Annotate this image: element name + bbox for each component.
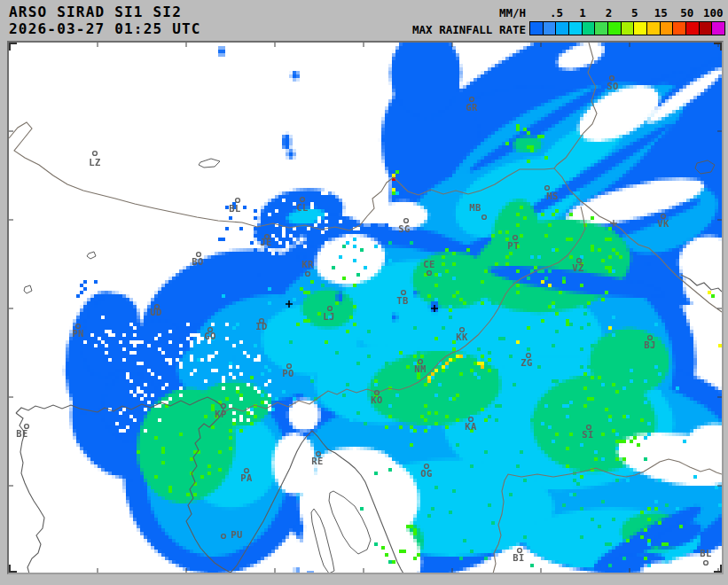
legend-units-label: MM/H xyxy=(499,6,526,20)
map-corner-mark xyxy=(714,43,721,51)
legend-tick-label: 1 xyxy=(579,6,586,20)
city-label-PA: PA xyxy=(240,472,253,483)
city-label-PU: PU xyxy=(231,529,243,540)
lake-outline xyxy=(311,509,334,573)
city-label-JE: JE xyxy=(260,237,272,247)
city-label-CE: CE xyxy=(423,259,435,269)
lake-outline xyxy=(199,159,220,168)
city-marker-PU xyxy=(222,534,226,539)
app-title: ARSO SIRAD SI1 SI2 xyxy=(9,4,182,20)
city-marker-CL xyxy=(301,198,305,202)
city-label-PT: PT xyxy=(507,240,520,251)
legend-tick-label: 2 xyxy=(606,6,613,20)
lake-outline xyxy=(87,252,96,259)
country-border-line xyxy=(242,168,554,230)
city-label-KK: KK xyxy=(456,332,468,342)
legend-color-cell xyxy=(608,22,621,35)
city-label-SO: SO xyxy=(607,81,619,91)
city-label-PO: PO xyxy=(282,368,294,378)
timestamp: 2026-03-27 01:25 UTC xyxy=(9,20,201,37)
radar-site-cross xyxy=(431,305,438,312)
city-label-PN: PN xyxy=(72,328,84,339)
radar-app-window: ARSO SIRAD SI1 SI2 2026-03-27 01:25 UTC … xyxy=(0,0,728,585)
lake-outline xyxy=(695,160,715,174)
legend-color-cell xyxy=(712,22,724,35)
city-label-RE: RE xyxy=(311,456,324,466)
city-marker-TB xyxy=(402,291,406,295)
radar-map: LZBLCLGRSOMSMBPTVKJEKRLJIDCESGTBKKNMPOKO… xyxy=(7,41,724,574)
city-label-KO: KO xyxy=(371,394,383,405)
city-label-VK: VK xyxy=(657,218,669,229)
city-marker-LJ xyxy=(328,307,333,311)
legend-color-cell xyxy=(647,22,660,35)
legend-color-cell xyxy=(530,22,543,35)
city-marker-SO xyxy=(610,76,614,81)
city-marker-CE xyxy=(427,271,432,276)
legend-color-cell xyxy=(686,22,699,35)
legend-color-cell xyxy=(595,22,607,35)
city-label-GO: GO xyxy=(204,331,216,341)
city-label-NM: NM xyxy=(414,363,427,374)
legend-tick-label: 100 xyxy=(703,6,724,20)
legend-color-cell xyxy=(556,22,568,35)
city-marker-PT xyxy=(513,236,518,240)
city-label-KR: KR xyxy=(301,259,314,269)
legend-tick-label: 15 xyxy=(654,6,668,20)
legend-color-cell xyxy=(544,22,556,35)
coastline xyxy=(681,275,722,292)
city-marker-LZ xyxy=(93,152,98,156)
city-label-KA: KA xyxy=(465,421,477,432)
legend-scale-label: MAX RAINFALL RATE xyxy=(412,23,526,36)
city-label-VZ: VŽ xyxy=(572,262,584,273)
city-label-GR: GR xyxy=(466,102,478,113)
map-corner-mark xyxy=(714,565,721,572)
city-marker-KR xyxy=(306,272,310,277)
country-border-line xyxy=(554,43,597,168)
city-label-BL2: BL xyxy=(700,548,712,558)
city-label-BE: BE xyxy=(16,428,28,439)
city-label-BL: BL xyxy=(229,203,241,214)
legend-tick-label: 5 xyxy=(631,6,638,20)
legend-color-cell xyxy=(622,22,634,35)
country-border-line xyxy=(9,122,242,222)
legend-tick-label: .5 xyxy=(550,6,563,20)
legend-color-cell xyxy=(634,22,646,35)
country-border-line xyxy=(493,459,722,573)
legend-tick-label: 50 xyxy=(680,6,693,20)
legend-color-cell xyxy=(700,22,712,35)
lake-outline xyxy=(24,285,32,293)
map-overlay: LZBLCLGRSOMSMBPTVKJEKRLJIDCESGTBKKNMPOKO… xyxy=(9,43,722,573)
city-label-MB: MB xyxy=(469,202,481,213)
lake-outline xyxy=(329,491,371,554)
city-marker-SG xyxy=(404,219,409,223)
city-label-CL: CL xyxy=(296,202,309,213)
city-label-UD: UD xyxy=(150,307,162,317)
map-corner-mark xyxy=(10,565,17,572)
country-border-line xyxy=(222,207,585,413)
city-marker-GR xyxy=(470,98,474,102)
city-label-SG: SG xyxy=(398,223,411,234)
legend-color-cell xyxy=(583,22,595,35)
coastline xyxy=(16,397,231,573)
legend-color-bar xyxy=(529,21,725,35)
city-label-BO: BO xyxy=(192,256,204,267)
legend-color-cell xyxy=(569,22,582,35)
city-label-KP: KP xyxy=(215,409,227,419)
city-label-ZG: ZG xyxy=(521,357,533,368)
city-label-BI: BI xyxy=(513,552,525,563)
city-label-MS: MS xyxy=(546,191,559,201)
legend-color-cell xyxy=(661,22,673,35)
legend-color-cell xyxy=(673,22,685,35)
map-corner-mark xyxy=(10,43,17,51)
city-label-LZ: LZ xyxy=(89,157,101,168)
city-label-OG: OG xyxy=(420,468,433,479)
city-marker-MB xyxy=(482,215,487,220)
city-label-TB: TB xyxy=(396,295,409,306)
radar-site-cross xyxy=(286,300,293,308)
city-marker-MS xyxy=(545,186,550,191)
city-label-ID: ID xyxy=(255,321,268,332)
city-label-BJ: BJ xyxy=(644,339,656,350)
city-label-LJ: LJ xyxy=(323,311,335,322)
city-marker-KP xyxy=(222,404,226,409)
city-marker-BL xyxy=(236,199,240,203)
